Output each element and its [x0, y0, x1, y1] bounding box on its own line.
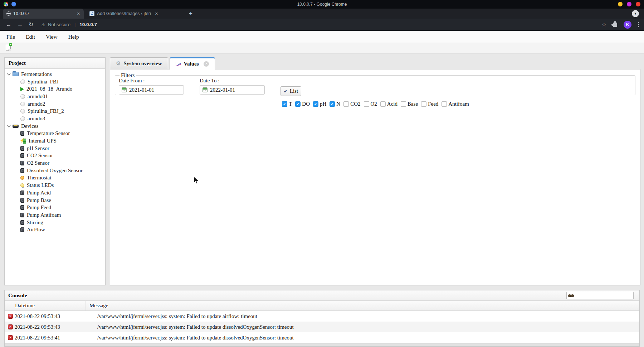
bulb-icon: [20, 183, 24, 187]
tree-node-o2-sensor[interactable]: O2 Sensor: [5, 159, 105, 167]
bookmark-star-icon[interactable]: ☆: [602, 21, 606, 28]
tab-system-overview[interactable]: ⚙ System overview: [110, 57, 168, 69]
menu-item-help[interactable]: Help: [63, 34, 84, 40]
tree-node-pump-base[interactable]: Pump Base: [5, 197, 105, 204]
tree-node-dissolved-oxygen-sensor[interactable]: Dissolved Oxygen Sensor: [5, 167, 105, 174]
tree-node-arundo2[interactable]: arundo2: [5, 100, 105, 108]
tree-node-label: Thermostat: [27, 175, 51, 181]
series-toggle-label: Feed: [428, 101, 438, 107]
new-tab-button[interactable]: +: [189, 10, 192, 17]
error-icon: ✕: [8, 324, 13, 329]
series-toggle-feed[interactable]: Feed: [421, 101, 438, 107]
chevron-down-icon[interactable]: [7, 124, 11, 127]
tree-node-2021-08-18-arundo[interactable]: 2021_08_18_Arundo: [5, 85, 105, 93]
tree-node-arundo3[interactable]: arundo3: [5, 115, 105, 122]
checkbox-checked-icon[interactable]: ✔: [282, 101, 287, 107]
tab-close-icon[interactable]: ✕: [204, 61, 209, 67]
tab-values[interactable]: Values ✕: [170, 57, 215, 69]
tree-node-label: Dissolved Oxygen Sensor: [27, 168, 83, 174]
column-header-datetime[interactable]: Datetime: [5, 301, 86, 310]
checkbox-unchecked-icon[interactable]: [364, 101, 369, 107]
console-row[interactable]: ✕2021-08-22 09:53:41/var/www/html/jfermi…: [5, 332, 639, 343]
menu-item-view[interactable]: View: [40, 34, 63, 40]
series-toggle-acid[interactable]: Acid: [380, 101, 397, 107]
tree-node-pump-feed[interactable]: Pump Feed: [5, 204, 105, 211]
console-search-input[interactable]: [575, 293, 629, 299]
tree-node-status-leds[interactable]: Status LEDs: [5, 182, 105, 189]
console-empty-area: [5, 343, 639, 347]
close-window-button[interactable]: [636, 2, 640, 6]
tree-node-pump-antifoam[interactable]: Pump Antifoam: [5, 211, 105, 219]
checkbox-unchecked-icon[interactable]: [441, 101, 447, 107]
minimize-button[interactable]: [618, 2, 623, 6]
checkbox-checked-icon[interactable]: ✔: [330, 101, 335, 107]
profile-avatar[interactable]: K: [624, 21, 631, 29]
tab-search-button[interactable]: ▼: [632, 10, 639, 17]
tree-node-ph-sensor[interactable]: pH Sensor: [5, 145, 105, 152]
tree-node-label: arundo3: [28, 116, 45, 122]
menu-item-edit[interactable]: Edit: [20, 34, 40, 40]
console-search[interactable]: [566, 292, 634, 299]
tree-node-airflow[interactable]: AirFlow: [5, 226, 105, 233]
forward-button[interactable]: →: [17, 21, 23, 28]
browser-tab-1[interactable]: 10.0.0.7 ✕: [3, 9, 84, 19]
series-toggle-ph[interactable]: ✔pH: [313, 101, 326, 107]
checkbox-unchecked-icon[interactable]: [421, 101, 426, 107]
warning-icon: ⚠: [41, 22, 45, 27]
tree-node-spirulina-fbj-2[interactable]: Spirulina_FBJ_2: [5, 107, 105, 115]
binoculars-icon: [568, 294, 574, 298]
console-row[interactable]: ✕2021-08-22 09:53:43/var/www/html/jfermi…: [5, 311, 639, 322]
menu-item-file[interactable]: File: [0, 34, 20, 40]
extensions-icon[interactable]: [613, 23, 617, 27]
tree-node-label: Status LEDs: [27, 182, 54, 188]
checkbox-checked-icon[interactable]: ✔: [313, 101, 318, 107]
checkbox-unchecked-icon[interactable]: [401, 101, 406, 107]
console-row[interactable]: ✕2021-08-22 09:53:43/var/www/html/jfermi…: [5, 322, 639, 332]
series-toggle-do[interactable]: ✔DO: [295, 101, 310, 107]
tree-node-thermostat[interactable]: Thermostat: [5, 174, 105, 182]
chip-icon: [20, 205, 24, 210]
chrome-logo-icon: [4, 2, 8, 6]
series-toggle-antifoam[interactable]: Antifoam: [441, 101, 469, 107]
browser-menu-icon[interactable]: [638, 22, 639, 27]
series-toggle-t[interactable]: ✔T: [282, 101, 292, 107]
chevron-down-icon[interactable]: [7, 72, 11, 76]
column-header-message[interactable]: Message: [86, 301, 639, 310]
browser-tab-2[interactable]: Add Galleries/Images ‹ jfermi ✕: [86, 9, 162, 19]
console-grid-header: Datetime Message: [5, 301, 639, 311]
checkbox-checked-icon[interactable]: ✔: [295, 101, 301, 107]
date-from-input[interactable]: 2021-01-01: [119, 85, 184, 95]
back-button[interactable]: ←: [6, 21, 11, 28]
tree-node-spirulina-fbj[interactable]: Spirulina_FBJ: [5, 78, 105, 86]
checkbox-unchecked-icon[interactable]: [380, 101, 386, 107]
tree-node-internal-ups[interactable]: Internal UPS: [5, 137, 105, 145]
tree-node-pump-acid[interactable]: Pump Acid: [5, 189, 105, 197]
series-toggle-n[interactable]: ✔N: [330, 101, 340, 107]
tab-close-icon[interactable]: ✕: [77, 11, 80, 16]
maximize-button[interactable]: [627, 2, 631, 6]
console-row-datetime: 2021-08-22 09:53:43: [13, 324, 94, 330]
tree-node-fermentations[interactable]: Fermentations: [5, 71, 105, 78]
circle-icon: [20, 94, 25, 99]
series-toggle-co2[interactable]: CO2: [343, 101, 360, 107]
calendar-icon: [122, 87, 127, 92]
series-toggle-o2[interactable]: O2: [364, 101, 377, 107]
chip-icon: [20, 131, 24, 136]
reload-button[interactable]: ↻: [29, 21, 33, 28]
date-to-input[interactable]: 2022-01-01: [200, 85, 265, 95]
list-button[interactable]: ✔ List: [280, 86, 301, 96]
series-toggle-base[interactable]: Base: [401, 101, 418, 107]
checkbox-unchecked-icon[interactable]: [343, 101, 349, 107]
omnibox[interactable]: ⚠ Not secure | 10.0.0.7: [41, 22, 97, 27]
tree-node-label: Internal UPS: [29, 138, 57, 144]
new-document-icon[interactable]: [6, 45, 11, 51]
tree-node-stirring[interactable]: Stirring: [5, 219, 105, 226]
console-row-message: /var/www/html/jfermi/server.jss: system:…: [94, 335, 294, 341]
tree-node-temperature-sensor[interactable]: Temperature Sensor: [5, 130, 105, 138]
tree-node-devices[interactable]: Devices: [5, 122, 105, 130]
tree-node-arundo01[interactable]: arundo01: [5, 93, 105, 100]
date-from-value: 2021-01-01: [129, 87, 154, 93]
chip-icon: [20, 191, 24, 195]
tree-node-co2-sensor[interactable]: CO2 Sensor: [5, 152, 105, 160]
tab-close-icon[interactable]: ✕: [155, 11, 158, 16]
